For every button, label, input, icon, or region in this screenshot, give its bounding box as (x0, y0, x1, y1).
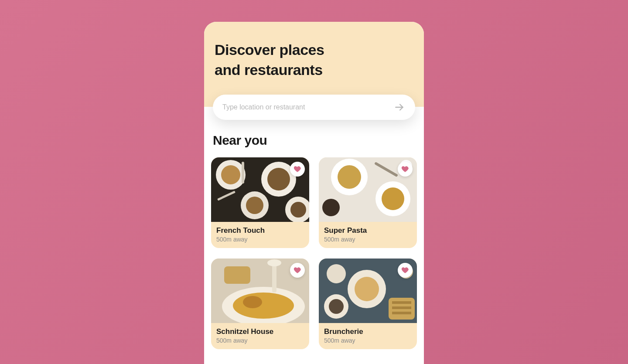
svg-point-5 (267, 168, 290, 191)
favorite-button[interactable] (398, 162, 413, 177)
svg-point-31 (329, 299, 344, 314)
svg-point-7 (246, 197, 263, 214)
title-line-1: Discover places (215, 41, 324, 58)
title-line-2: and restaurants (215, 61, 323, 78)
restaurant-grid: French Touch 500m away Supe (211, 157, 417, 349)
heart-icon (401, 165, 409, 173)
restaurant-name: Bruncherie (324, 327, 412, 336)
svg-point-9 (290, 202, 306, 218)
restaurant-name: French Touch (216, 226, 304, 235)
restaurant-card-body: French Touch 500m away (211, 222, 309, 248)
svg-point-17 (322, 199, 340, 216)
svg-point-29 (355, 277, 379, 301)
search-bar[interactable] (213, 95, 415, 120)
restaurant-distance: 500m away (216, 236, 304, 243)
heart-icon (294, 266, 301, 274)
search-submit-button[interactable] (392, 99, 407, 115)
svg-point-32 (327, 264, 346, 283)
restaurant-card[interactable]: Super Pasta 500m away (319, 157, 417, 248)
svg-rect-34 (392, 301, 411, 304)
svg-point-14 (338, 165, 361, 189)
favorite-button[interactable] (290, 263, 305, 278)
search-bar-container (213, 95, 415, 120)
svg-rect-10 (242, 162, 244, 184)
restaurant-distance: 500m away (216, 337, 304, 344)
restaurant-card[interactable]: Bruncherie 500m away (319, 259, 417, 349)
restaurant-card-body: Schnitzel House 500m away (211, 323, 309, 349)
svg-point-22 (233, 293, 294, 319)
hero-panel: Discover places and restaurants (204, 22, 424, 107)
restaurant-distance: 500m away (324, 337, 412, 344)
near-you-heading: Near you (213, 133, 417, 148)
content-area: Near you French Touch 500m (204, 107, 424, 349)
restaurant-name: Super Pasta (324, 226, 412, 235)
svg-rect-35 (392, 306, 411, 309)
svg-point-16 (382, 187, 404, 210)
restaurant-name: Schnitzel House (216, 327, 304, 336)
favorite-button[interactable] (290, 162, 305, 177)
app-screen: Discover places and restaurants Near you (204, 22, 424, 364)
svg-rect-36 (392, 312, 411, 314)
restaurant-distance: 500m away (324, 236, 412, 243)
svg-point-26 (267, 259, 281, 266)
restaurant-card-body: Super Pasta 500m away (319, 222, 417, 248)
restaurant-card[interactable]: French Touch 500m away (211, 157, 309, 248)
favorite-button[interactable] (398, 263, 413, 278)
search-input[interactable] (222, 103, 392, 111)
heart-icon (401, 266, 409, 274)
heart-icon (294, 165, 301, 173)
svg-point-23 (243, 296, 262, 308)
restaurant-card-body: Bruncherie 500m away (319, 323, 417, 349)
svg-rect-24 (224, 266, 250, 284)
svg-point-3 (221, 165, 240, 184)
page-title: Discover places and restaurants (215, 40, 413, 80)
svg-rect-25 (272, 262, 276, 293)
restaurant-card[interactable]: Schnitzel House 500m away (211, 259, 309, 349)
arrow-right-icon (394, 102, 405, 113)
